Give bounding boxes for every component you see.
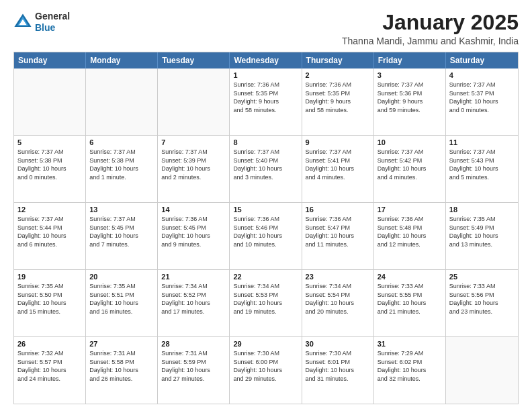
empty-cell xyxy=(86,68,158,135)
day-info-25: Sunrise: 7:33 AM Sunset: 5:56 PM Dayligh… xyxy=(449,282,515,316)
calendar-row-1: 1Sunrise: 7:36 AM Sunset: 5:35 PM Daylig… xyxy=(14,68,518,135)
day-number-10: 10 xyxy=(378,138,442,146)
day-number-22: 22 xyxy=(233,273,298,281)
day-cell-30: 30Sunrise: 7:30 AM Sunset: 6:01 PM Dayli… xyxy=(302,337,374,404)
day-info-31: Sunrise: 7:29 AM Sunset: 6:02 PM Dayligh… xyxy=(378,349,442,383)
day-cell-4: 4Sunrise: 7:37 AM Sunset: 5:37 PM Daylig… xyxy=(446,68,518,135)
logo: General Blue xyxy=(13,11,70,34)
day-cell-9: 9Sunrise: 7:37 AM Sunset: 5:41 PM Daylig… xyxy=(302,136,374,202)
header: General Blue January 2025 Thanna Mandi, … xyxy=(13,11,519,46)
day-number-7: 7 xyxy=(161,138,226,146)
weekday-header-friday: Friday xyxy=(374,52,446,68)
day-info-16: Sunrise: 7:36 AM Sunset: 5:47 PM Dayligh… xyxy=(306,215,370,248)
day-number-25: 25 xyxy=(449,273,515,281)
day-cell-25: 25Sunrise: 7:33 AM Sunset: 5:56 PM Dayli… xyxy=(446,270,518,336)
day-number-30: 30 xyxy=(306,340,370,348)
weekday-header-saturday: Saturday xyxy=(446,52,518,68)
day-info-10: Sunrise: 7:37 AM Sunset: 5:42 PM Dayligh… xyxy=(378,148,442,181)
calendar-row-5: 26Sunrise: 7:32 AM Sunset: 5:57 PM Dayli… xyxy=(14,336,518,404)
day-info-17: Sunrise: 7:36 AM Sunset: 5:48 PM Dayligh… xyxy=(378,215,442,248)
weekday-header-monday: Monday xyxy=(86,52,158,68)
day-cell-26: 26Sunrise: 7:32 AM Sunset: 5:57 PM Dayli… xyxy=(14,337,86,404)
day-number-19: 19 xyxy=(17,273,82,281)
empty-cell xyxy=(14,68,86,135)
day-number-28: 28 xyxy=(161,340,226,348)
title-block: January 2025 Thanna Mandi, Jammu and Kas… xyxy=(342,11,519,46)
day-number-13: 13 xyxy=(89,205,154,214)
day-info-9: Sunrise: 7:37 AM Sunset: 5:41 PM Dayligh… xyxy=(306,148,370,181)
day-number-12: 12 xyxy=(17,205,82,214)
day-cell-10: 10Sunrise: 7:37 AM Sunset: 5:42 PM Dayli… xyxy=(374,136,446,202)
logo-blue-text: Blue xyxy=(35,22,55,33)
day-cell-29: 29Sunrise: 7:30 AM Sunset: 6:00 PM Dayli… xyxy=(230,337,302,404)
logo-text: General Blue xyxy=(35,11,70,34)
day-number-23: 23 xyxy=(306,273,370,281)
day-info-19: Sunrise: 7:35 AM Sunset: 5:50 PM Dayligh… xyxy=(17,282,82,316)
day-cell-28: 28Sunrise: 7:31 AM Sunset: 5:59 PM Dayli… xyxy=(158,337,230,404)
day-number-4: 4 xyxy=(449,71,515,79)
day-number-8: 8 xyxy=(233,138,298,146)
day-number-17: 17 xyxy=(378,205,442,214)
day-info-18: Sunrise: 7:35 AM Sunset: 5:49 PM Dayligh… xyxy=(449,215,515,248)
day-cell-3: 3Sunrise: 7:37 AM Sunset: 5:36 PM Daylig… xyxy=(374,68,446,135)
weekday-header-tuesday: Tuesday xyxy=(158,52,230,68)
day-number-6: 6 xyxy=(89,138,154,146)
day-number-3: 3 xyxy=(378,71,442,79)
day-info-26: Sunrise: 7:32 AM Sunset: 5:57 PM Dayligh… xyxy=(17,349,82,383)
day-cell-22: 22Sunrise: 7:34 AM Sunset: 5:53 PM Dayli… xyxy=(230,270,302,336)
day-info-21: Sunrise: 7:34 AM Sunset: 5:52 PM Dayligh… xyxy=(161,282,226,316)
calendar-row-3: 12Sunrise: 7:37 AM Sunset: 5:44 PM Dayli… xyxy=(14,202,518,269)
day-info-23: Sunrise: 7:34 AM Sunset: 5:54 PM Dayligh… xyxy=(306,282,370,316)
day-info-13: Sunrise: 7:37 AM Sunset: 5:45 PM Dayligh… xyxy=(89,215,154,248)
day-cell-1: 1Sunrise: 7:36 AM Sunset: 5:35 PM Daylig… xyxy=(230,68,302,135)
day-cell-27: 27Sunrise: 7:31 AM Sunset: 5:58 PM Dayli… xyxy=(86,337,158,404)
day-info-22: Sunrise: 7:34 AM Sunset: 5:53 PM Dayligh… xyxy=(233,282,298,316)
day-number-27: 27 xyxy=(89,340,154,348)
weekday-header-sunday: Sunday xyxy=(14,52,86,68)
day-info-15: Sunrise: 7:36 AM Sunset: 5:46 PM Dayligh… xyxy=(233,215,298,248)
day-info-6: Sunrise: 7:37 AM Sunset: 5:38 PM Dayligh… xyxy=(89,148,154,181)
day-number-15: 15 xyxy=(233,205,298,214)
day-number-1: 1 xyxy=(233,71,298,79)
day-cell-31: 31Sunrise: 7:29 AM Sunset: 6:02 PM Dayli… xyxy=(374,337,446,404)
calendar-body: 1Sunrise: 7:36 AM Sunset: 5:35 PM Daylig… xyxy=(14,68,518,404)
day-cell-19: 19Sunrise: 7:35 AM Sunset: 5:50 PM Dayli… xyxy=(14,270,86,336)
day-cell-24: 24Sunrise: 7:33 AM Sunset: 5:55 PM Dayli… xyxy=(374,270,446,336)
day-number-9: 9 xyxy=(306,138,370,146)
day-info-5: Sunrise: 7:37 AM Sunset: 5:38 PM Dayligh… xyxy=(17,148,82,181)
day-cell-23: 23Sunrise: 7:34 AM Sunset: 5:54 PM Dayli… xyxy=(302,270,374,336)
day-number-24: 24 xyxy=(378,273,442,281)
day-cell-17: 17Sunrise: 7:36 AM Sunset: 5:48 PM Dayli… xyxy=(374,203,446,269)
day-info-4: Sunrise: 7:37 AM Sunset: 5:37 PM Dayligh… xyxy=(449,81,515,114)
day-cell-2: 2Sunrise: 7:36 AM Sunset: 5:35 PM Daylig… xyxy=(302,68,374,135)
day-number-31: 31 xyxy=(378,340,442,348)
day-cell-18: 18Sunrise: 7:35 AM Sunset: 5:49 PM Dayli… xyxy=(446,203,518,269)
logo-general-text: General xyxy=(35,11,70,21)
day-cell-7: 7Sunrise: 7:37 AM Sunset: 5:39 PM Daylig… xyxy=(158,136,230,202)
calendar-header: SundayMondayTuesdayWednesdayThursdayFrid… xyxy=(14,52,518,68)
empty-cell xyxy=(158,68,230,135)
location: Thanna Mandi, Jammu and Kashmir, India xyxy=(342,36,519,46)
day-number-14: 14 xyxy=(161,205,226,214)
day-number-21: 21 xyxy=(161,273,226,281)
day-info-27: Sunrise: 7:31 AM Sunset: 5:58 PM Dayligh… xyxy=(89,349,154,383)
weekday-header-wednesday: Wednesday xyxy=(230,52,302,68)
logo-icon xyxy=(13,13,32,32)
day-cell-16: 16Sunrise: 7:36 AM Sunset: 5:47 PM Dayli… xyxy=(302,203,374,269)
day-number-26: 26 xyxy=(17,340,82,348)
day-number-20: 20 xyxy=(89,273,154,281)
weekday-header-thursday: Thursday xyxy=(302,52,374,68)
day-cell-6: 6Sunrise: 7:37 AM Sunset: 5:38 PM Daylig… xyxy=(86,136,158,202)
day-info-29: Sunrise: 7:30 AM Sunset: 6:00 PM Dayligh… xyxy=(233,349,298,383)
day-info-30: Sunrise: 7:30 AM Sunset: 6:01 PM Dayligh… xyxy=(306,349,370,383)
page: General Blue January 2025 Thanna Mandi, … xyxy=(0,0,532,411)
day-number-18: 18 xyxy=(449,205,515,214)
day-number-29: 29 xyxy=(233,340,298,348)
day-cell-13: 13Sunrise: 7:37 AM Sunset: 5:45 PM Dayli… xyxy=(86,203,158,269)
day-info-11: Sunrise: 7:37 AM Sunset: 5:43 PM Dayligh… xyxy=(449,148,515,181)
month-title: January 2025 xyxy=(342,11,519,34)
day-cell-21: 21Sunrise: 7:34 AM Sunset: 5:52 PM Dayli… xyxy=(158,270,230,336)
day-info-3: Sunrise: 7:37 AM Sunset: 5:36 PM Dayligh… xyxy=(378,81,442,114)
day-info-2: Sunrise: 7:36 AM Sunset: 5:35 PM Dayligh… xyxy=(306,81,370,114)
day-info-8: Sunrise: 7:37 AM Sunset: 5:40 PM Dayligh… xyxy=(233,148,298,181)
